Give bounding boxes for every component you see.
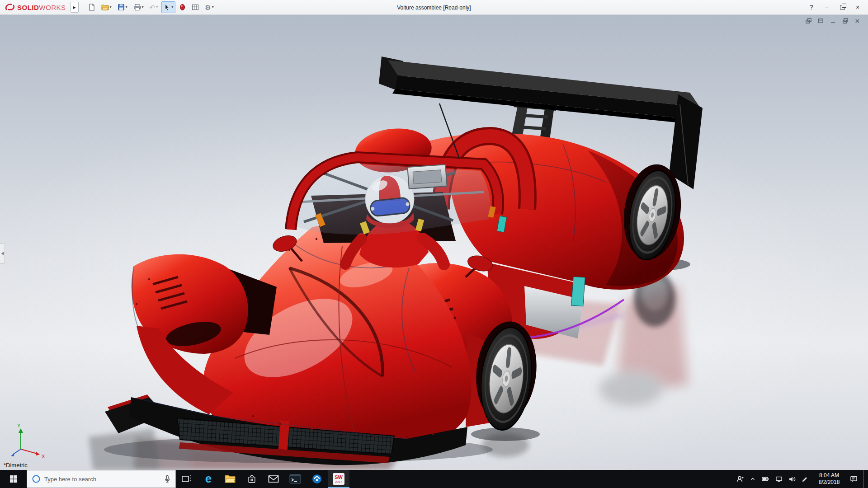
- brand-text: SOLIDWORKS: [17, 4, 66, 11]
- undo-button[interactable]: ↶ ▾: [147, 1, 160, 13]
- console-button[interactable]: [284, 470, 306, 488]
- chevron-up-icon: [750, 476, 756, 482]
- cortana-icon: [32, 474, 41, 483]
- triad-x-label: X: [42, 454, 45, 459]
- volume-button[interactable]: [788, 476, 796, 483]
- svg-text:e: e: [205, 473, 212, 485]
- save-icon: [118, 4, 125, 11]
- coordinate-triad: X Y: [6, 421, 50, 459]
- new-document-button[interactable]: [86, 1, 98, 13]
- microphone-icon[interactable]: [164, 475, 171, 483]
- network-icon: [775, 476, 783, 483]
- menu-flyout-button[interactable]: ▶: [71, 2, 79, 13]
- show-desktop-button[interactable]: [863, 470, 866, 488]
- svg-text:2017: 2017: [335, 480, 342, 483]
- doc-close-icon[interactable]: [854, 18, 861, 24]
- network-button[interactable]: [775, 476, 783, 483]
- rearview-mirror: [407, 164, 447, 189]
- left-arrow-icon: [1, 252, 4, 255]
- speaker-icon: [788, 476, 796, 483]
- media-player-button[interactable]: [306, 470, 328, 488]
- people-button[interactable]: [736, 475, 744, 483]
- store-icon: [246, 474, 257, 484]
- graphics-area[interactable]: X Y *Dimetric: [0, 15, 868, 470]
- start-button[interactable]: [0, 470, 27, 488]
- solidworks-icon: SW 2017: [332, 473, 345, 485]
- doc-restore-icon[interactable]: [842, 18, 849, 24]
- svg-text:SW: SW: [335, 474, 343, 480]
- printer-icon: [133, 4, 141, 11]
- file-explorer-button[interactable]: [219, 470, 241, 488]
- triad-y-label: Y: [17, 423, 21, 428]
- battery-icon: [762, 476, 769, 482]
- 3d-scene[interactable]: [0, 15, 868, 470]
- sheet-button[interactable]: [189, 1, 201, 13]
- gear-icon: ⚙: [205, 4, 211, 11]
- system-tray: 8:04 AM 8/2/2018: [736, 470, 868, 488]
- minimize-button[interactable]: –: [820, 0, 834, 14]
- maximize-button[interactable]: [835, 0, 849, 14]
- file-explorer-icon: [225, 474, 236, 483]
- document-window-controls: [805, 18, 861, 24]
- options-button[interactable]: ⚙ ▾: [203, 1, 216, 13]
- battery-button[interactable]: [762, 476, 769, 482]
- print-button[interactable]: ▾: [131, 1, 146, 13]
- windows-logo-icon: [9, 475, 18, 483]
- help-button[interactable]: ?: [805, 0, 818, 14]
- titlebar: SOLIDWORKS ▶ ▾: [0, 0, 868, 15]
- task-view-icon: [182, 474, 192, 483]
- appearance-button[interactable]: [177, 1, 188, 13]
- pen-button[interactable]: [802, 476, 808, 483]
- blue-circle-app-icon: [311, 474, 322, 484]
- window-title: Voiture assomblee [Read-only]: [397, 0, 471, 15]
- action-center-button[interactable]: [850, 475, 858, 483]
- clock-time: 8:04 AM: [814, 472, 844, 479]
- appearance-sphere-icon: [179, 4, 186, 11]
- quick-access-toolbar: ▾ ▾ ▾ ↶ ▾: [86, 1, 216, 13]
- doc-minimize-icon[interactable]: [830, 18, 836, 24]
- task-view-button[interactable]: [176, 470, 198, 488]
- undo-icon: ↶: [150, 4, 156, 11]
- doc-tile-icon[interactable]: [805, 18, 812, 24]
- select-tool-button[interactable]: ▾: [161, 1, 175, 13]
- search-input[interactable]: [44, 476, 160, 483]
- action-center-icon: [850, 475, 858, 483]
- panel-expand-arrow[interactable]: [0, 243, 5, 264]
- solidworks-logo: SOLIDWORKS: [5, 3, 66, 12]
- taskbar-apps: e: [176, 470, 349, 488]
- view-orientation-label: *Dimetric: [4, 462, 28, 469]
- restore-icon: [840, 5, 845, 9]
- open-button[interactable]: ▾: [99, 1, 114, 13]
- edge-button[interactable]: e: [198, 470, 219, 488]
- doc-float-icon[interactable]: [817, 18, 824, 24]
- solidworks-app-button[interactable]: SW 2017: [328, 470, 349, 488]
- hidden-icons-button[interactable]: [750, 476, 756, 482]
- open-folder-icon: [101, 4, 109, 11]
- store-button[interactable]: [241, 470, 263, 488]
- console-window-icon: [289, 474, 301, 484]
- people-icon: [736, 475, 744, 483]
- side-scoop-teal: [571, 277, 585, 306]
- save-button[interactable]: ▾: [115, 1, 130, 13]
- mail-icon: [268, 474, 279, 483]
- pen-icon: [802, 476, 808, 483]
- mail-button[interactable]: [263, 470, 284, 488]
- ds-logo-icon: [5, 3, 15, 12]
- new-document-icon: [88, 4, 95, 11]
- select-arrow-icon: [164, 4, 170, 11]
- sheet-grid-icon: [192, 4, 199, 11]
- taskbar: e: [0, 470, 868, 488]
- clock-date: 8/2/2018: [814, 479, 844, 486]
- edge-icon: e: [202, 473, 215, 485]
- taskbar-search[interactable]: [27, 470, 176, 488]
- close-button[interactable]: ×: [851, 0, 864, 14]
- taskbar-clock[interactable]: 8:04 AM 8/2/2018: [814, 472, 844, 486]
